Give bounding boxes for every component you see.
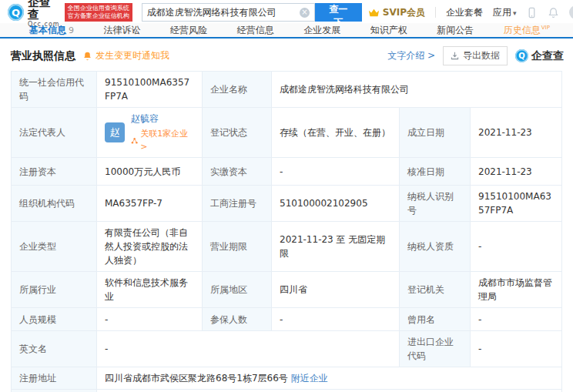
biz-term-label: 营业期限 — [203, 222, 272, 272]
logo-name: 企查查 — [28, 0, 61, 21]
license-section-header: 营业执照信息 发生变更时通知我 文字介绍 > 导出数据 Q 企查查 — [0, 39, 573, 71]
tab-label: 经营风险 — [170, 25, 207, 35]
approval-date-label: 核准日期 — [400, 158, 471, 186]
staff-size-label: 人员规模 — [12, 308, 97, 331]
tab-company-development[interactable]: 企业发展 — [303, 24, 340, 37]
tab-label: 知识产权 — [370, 25, 407, 35]
biz-scope-value: 一般项目：软件开发；计算机软硬件及辅助设备批发；云计算装备技术服务；信息系统集成… — [97, 390, 562, 392]
table-row: 组织机构代码 MA6357FP-7 工商注册号 510100002102905 … — [12, 186, 562, 222]
staff-size-value: - — [97, 308, 203, 331]
legal-rep-label: 法定代表人 — [12, 108, 97, 158]
table-row: 企业类型 有限责任公司（非自然人投资或控股的法人独资） 营业期限 2021-11… — [12, 222, 562, 272]
badge-line1: 全国企业信用查询系统 — [68, 5, 129, 12]
link-network-icon — [131, 137, 138, 145]
reg-capital-value: 10000万元人民币 — [97, 158, 203, 186]
section-actions: 文字介绍 > 导出数据 Q 企查查 — [387, 46, 564, 65]
text-intro-link[interactable]: 文字介绍 > — [387, 49, 435, 62]
tab-legal-litigation[interactable]: 法律诉讼 — [104, 24, 141, 37]
establish-date-label: 成立日期 — [400, 108, 471, 158]
legal-rep-cell: 赵 赵毓容 关联1家企业 > — [97, 108, 203, 158]
export-data-button[interactable]: 导出数据 — [443, 46, 508, 65]
qcc-logo-icon: Q — [8, 4, 24, 21]
related-companies-link[interactable]: 关联1家企业 > — [131, 128, 194, 153]
reg-address-cell: 四川省成都市武侯区聚龙路68号1栋7层66号 附近企业 — [97, 367, 562, 390]
import-export-code-value: - — [471, 331, 562, 367]
reg-status-value: 存续（在营、开业、在册） — [272, 108, 400, 158]
company-name-value: 成都途虎智洗网络科技有限公司 — [272, 72, 562, 108]
apps-label: 应用 — [493, 7, 511, 18]
export-label: 导出数据 — [463, 49, 500, 62]
approval-date-value: 2021-11-23 — [471, 158, 562, 186]
paid-capital-label: 实缴资本 — [203, 158, 272, 186]
import-export-code-label: 进出口企业代码 — [400, 331, 471, 367]
tab-intellectual-property[interactable]: 知识产权 — [370, 24, 407, 37]
table-row: 统一社会信用代码 91510100MA6357FP7A 企业名称 成都途虎智洗网… — [12, 72, 562, 108]
search-area: × 查一下 — [142, 3, 362, 22]
top-nav: SVIP会员 企业套餐 应用▾ — [368, 5, 573, 19]
tab-label: 法律诉讼 — [104, 25, 141, 35]
reg-address-value: 四川省成都市武侯区聚龙路68号1栋7层66号 — [105, 373, 288, 384]
change-notify-link[interactable]: 发生变更时通知我 — [82, 49, 169, 62]
credential-badge: 全国企业信用查询系统 官方备案企业征信机构 — [65, 3, 132, 22]
top-bar: Q 企查查 Qcc.com 全国企业信用查询系统 官方备案企业征信机构 × 查一… — [0, 0, 573, 23]
tab-label: 新闻公告 — [437, 25, 474, 35]
bell-icon[interactable] — [548, 7, 559, 18]
former-name-label: 曾用名 — [400, 308, 471, 331]
industry-label: 所属行业 — [12, 272, 97, 308]
svip-link[interactable]: SVIP会员 — [368, 6, 425, 19]
crown-icon — [368, 7, 380, 18]
tab-label: 基本信息 — [29, 25, 66, 35]
table-row: 注册地址 四川省成都市武侯区聚龙路68号1栋7层66号 附近企业 — [12, 367, 562, 390]
notify-label: 发生变更时通知我 — [96, 49, 169, 62]
biz-reg-no-value: 510100002102905 — [272, 186, 400, 222]
tab-label: 企业发展 — [303, 25, 340, 35]
legal-rep-name-link[interactable]: 赵毓容 — [131, 113, 159, 124]
taxpayer-qual-label: 纳税人资质 — [400, 222, 471, 272]
qcc-watermark: Q 企查查 — [515, 49, 564, 63]
download-icon — [451, 52, 459, 60]
search-box[interactable]: × — [142, 3, 315, 22]
tab-basic-info[interactable]: 基本信息9 — [29, 24, 74, 37]
establish-date-value: 2021-11-23 — [471, 108, 562, 158]
tab-history-info[interactable]: 历史信息VIP — [504, 24, 550, 37]
reg-authority-label: 登记机关 — [400, 272, 471, 308]
search-input[interactable] — [147, 7, 300, 18]
company-type-value: 有限责任公司（非自然人投资或控股的法人独资） — [97, 222, 203, 272]
search-button[interactable]: 查一下 — [315, 3, 362, 22]
legal-rep-avatar[interactable]: 赵 — [105, 122, 125, 142]
nearby-companies-link[interactable]: 附近企业 — [291, 373, 328, 384]
enterprise-package-link[interactable]: 企业套餐 — [446, 6, 483, 19]
taxpayer-id-value: 91510100MA6357FP7A — [471, 186, 562, 222]
paid-capital-value: - — [272, 158, 400, 186]
insured-count-label: 参保人数 — [203, 308, 272, 331]
reg-authority-value: 成都市市场监督管理局 — [471, 272, 562, 308]
mobile-icon[interactable] — [526, 7, 538, 18]
biz-term-value: 2021-11-23 至 无固定期限 — [272, 222, 400, 272]
org-code-value: MA6357FP-7 — [97, 186, 203, 222]
table-row: 注册资本 10000万元人民币 实缴资本 - 核准日期 2021-11-23 — [12, 158, 562, 186]
table-row: 所属行业 软件和信息技术服务业 所属地区 四川省 登记机关 成都市市场监督管理局 — [12, 272, 562, 308]
apps-menu[interactable]: 应用▾ — [493, 6, 517, 19]
biz-reg-no-label: 工商注册号 — [203, 186, 272, 222]
table-row: 经营范围 一般项目：软件开发；计算机软硬件及辅助设备批发；云计算装备技术服务；信… — [12, 390, 562, 392]
clear-icon[interactable]: × — [300, 8, 310, 18]
tab-label: 历史信息 — [504, 25, 541, 35]
chevron-down-icon: ▾ — [513, 9, 517, 17]
company-type-label: 企业类型 — [12, 222, 97, 272]
notify-bell-icon — [82, 51, 92, 61]
tab-news-announcements[interactable]: 新闻公告 — [437, 24, 474, 37]
tab-operation-risk[interactable]: 经营风险 — [170, 24, 207, 37]
tab-label: 经营信息 — [237, 25, 274, 35]
vip-tag: VIP — [541, 25, 550, 31]
table-row: 人员规模 - 参保人数 - 曾用名 - — [12, 308, 562, 331]
badge-line2: 官方备案企业征信机构 — [68, 12, 129, 20]
region-value: 四川省 — [272, 272, 400, 308]
user-avatar[interactable] — [569, 5, 573, 19]
business-license-table: 统一社会信用代码 91510100MA6357FP7A 企业名称 成都途虎智洗网… — [11, 71, 562, 392]
credit-code-label: 统一社会信用代码 — [12, 72, 97, 108]
taxpayer-qual-value: - — [471, 222, 562, 272]
tab-operation-info[interactable]: 经营信息 — [237, 24, 274, 37]
company-name-label: 企业名称 — [203, 72, 272, 108]
qcc-watermark-icon: Q — [515, 49, 528, 62]
english-name-label: 英文名 — [12, 331, 97, 367]
